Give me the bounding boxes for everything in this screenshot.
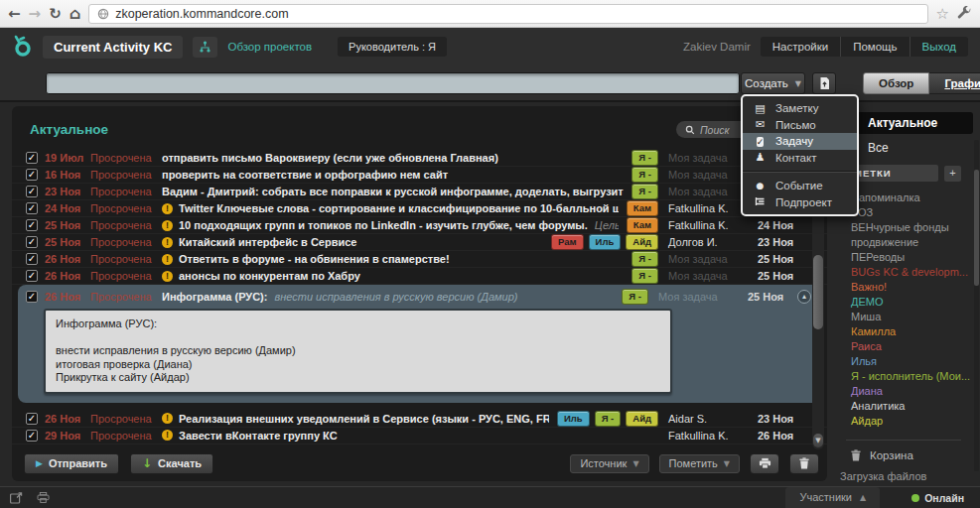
- task-checkbox[interactable]: ✓: [26, 202, 38, 214]
- projects-overview-link[interactable]: Обзор проектов: [227, 41, 312, 53]
- bookmark-star-icon[interactable]: ☆: [936, 5, 949, 23]
- sidebar-tag-item[interactable]: ВОЗ: [839, 205, 973, 220]
- menu-item-note[interactable]: ▤ Заметку: [743, 100, 857, 117]
- menu-item-mail[interactable]: ✉ Письмо: [743, 117, 857, 134]
- sidebar-scrollbar-thumb[interactable]: [974, 170, 979, 286]
- sidebar-tag-item[interactable]: Напоминалка: [839, 190, 973, 205]
- view-overview-button[interactable]: Обзор: [863, 72, 929, 94]
- task-panel: Актуальное Поиск ✓19 ИюлПросроченаотправ…: [12, 106, 827, 481]
- browser-back-icon[interactable]: ←: [8, 4, 21, 24]
- task-row[interactable]: ✓26 НояПросрочена!Реализация внешних уве…: [12, 411, 827, 428]
- upload-files-link[interactable]: Загрузка файлов: [839, 461, 973, 482]
- sidebar-tag-item[interactable]: Миша: [839, 310, 973, 324]
- task-row[interactable]: ✓26 НояПросроченаИнфограмма (РУС):внести…: [18, 285, 821, 305]
- create-button-label: Создать: [745, 77, 788, 89]
- sidebar-tag-item[interactable]: Камилла: [839, 324, 973, 339]
- sidebar-tag-item[interactable]: BUGs KC & developm...: [839, 265, 973, 280]
- send-button[interactable]: ▶ Отправить: [24, 453, 119, 474]
- task-checkbox[interactable]: ✓: [26, 186, 38, 197]
- task-row[interactable]: ✓25 НояПросрочена!10 подходящих групп и …: [12, 217, 827, 234]
- task-start-date: 25 Ноя: [45, 219, 90, 231]
- participants-toggle[interactable]: Участники ▲: [785, 487, 880, 508]
- task-checkbox[interactable]: ✓: [26, 219, 38, 231]
- task-note: Цель: опреде: [595, 219, 619, 231]
- sidebar-tag-item[interactable]: Важно!: [839, 280, 973, 295]
- task-row[interactable]: ✓23 НояПросроченаВадим - Дмитрий: собрат…: [12, 184, 827, 200]
- task-due-date: 25 Ноя: [748, 291, 793, 303]
- task-detail-panel[interactable]: Инфограмма (РУС): внести исправления в р…: [44, 309, 672, 394]
- menu-item-task[interactable]: ✓ Задачу: [743, 133, 857, 150]
- source-dropdown[interactable]: Источник ▼: [570, 454, 648, 473]
- sidebar-tag-item[interactable]: Аналитика: [839, 399, 973, 414]
- scroll-down-button[interactable]: ▼: [813, 434, 823, 447]
- sidebar-tag-item[interactable]: ДЕМО: [839, 295, 973, 310]
- task-row[interactable]: ✓24 НояПросрочена!Twitter Ключевые слова…: [12, 200, 827, 217]
- sidebar-tag-item[interactable]: Я - исполнитель (Мои...: [839, 369, 973, 384]
- sidebar-tag-item[interactable]: ПЕРеводы: [839, 250, 973, 265]
- task-row[interactable]: ✓29 НояПросрочена!Завести вКонтакте груп…: [12, 428, 827, 444]
- export-window-icon[interactable]: [10, 492, 23, 504]
- task-checkbox[interactable]: ✓: [26, 253, 38, 265]
- task-due-date: 23 Ноя: [758, 413, 803, 425]
- task-row[interactable]: ✓26 НояПросрочена!Ответить в форуме - на…: [12, 251, 827, 268]
- task-title-cell: !Реализация внешних уведомлений в Сервис…: [162, 413, 549, 425]
- sidebar-trash[interactable]: Корзина: [839, 449, 973, 461]
- project-tree-button[interactable]: [193, 37, 217, 58]
- send-button-label: Отправить: [49, 457, 107, 469]
- url-bar[interactable]: zkoperation.kommandcore.com: [88, 4, 927, 24]
- menu-item-subproject[interactable]: Подпроект: [743, 194, 857, 211]
- sidebar-tag-item[interactable]: Илья: [839, 354, 973, 369]
- sidebar-scrollbar[interactable]: [974, 140, 979, 471]
- add-tag-button[interactable]: +: [944, 166, 961, 182]
- menu-item-event[interactable]: ● Событие: [743, 178, 857, 194]
- sidebar-tag-item[interactable]: ВЕНчурные фонды: [839, 220, 973, 235]
- attach-file-button[interactable]: [812, 72, 836, 94]
- important-icon: !: [162, 237, 173, 248]
- browser-home-icon[interactable]: ⌂: [70, 4, 80, 24]
- trash-icon: [799, 457, 809, 469]
- browser-forward-icon[interactable]: →: [29, 4, 42, 24]
- task-row[interactable]: ✓25 НояПросрочена!Китайский интерфейс в …: [12, 234, 827, 251]
- printer-icon[interactable]: [37, 492, 50, 503]
- sidebar-tag-item[interactable]: Раиса: [839, 339, 973, 354]
- delete-button[interactable]: [789, 453, 819, 474]
- create-button[interactable]: Создать ▼: [741, 72, 805, 94]
- task-row[interactable]: ✓26 НояПросрочена!анонсы по конкурентам …: [12, 268, 827, 285]
- task-checkbox[interactable]: ✓: [26, 236, 38, 248]
- task-checkbox[interactable]: ✓: [26, 169, 38, 181]
- sidebar-filter-actual[interactable]: Актуальное: [839, 112, 973, 134]
- task-checkbox[interactable]: ✓: [26, 291, 38, 303]
- sidebar-tag-item[interactable]: продвижение: [839, 235, 973, 250]
- task-tags: Я -: [631, 268, 658, 284]
- send-icon: ▶: [36, 458, 43, 468]
- task-assignee: Aidar S.: [668, 413, 758, 425]
- mark-dropdown[interactable]: Пометить ▼: [659, 454, 740, 473]
- online-status: Онлайн: [911, 492, 964, 504]
- task-row[interactable]: ✓19 ИюлПросроченаотправить письмо Варокв…: [12, 150, 827, 167]
- task-title-cell: !Китайский интерфейс в Сервисе: [162, 236, 543, 248]
- task-row[interactable]: ✓16 НояПросроченапроверить на соответств…: [12, 167, 827, 184]
- contact-icon: ♟: [754, 151, 767, 164]
- sidebar-tag-item[interactable]: Диана: [839, 384, 973, 399]
- task-checkbox[interactable]: ✓: [26, 413, 38, 425]
- print-button[interactable]: [750, 453, 779, 474]
- sidebar: Актуальное Все МЕТКИ + НапоминалкаВОЗВЕН…: [839, 112, 973, 482]
- sidebar-tag-item[interactable]: Айдар: [839, 414, 973, 429]
- scrollbar-thumb[interactable]: [813, 255, 823, 329]
- task-checkbox[interactable]: ✓: [26, 270, 38, 282]
- view-chart-button[interactable]: График: [929, 72, 980, 94]
- help-link[interactable]: Помощь: [840, 37, 909, 57]
- quick-add-input[interactable]: [46, 72, 740, 94]
- sidebar-filter-all[interactable]: Все: [839, 137, 973, 159]
- browser-wrench-icon[interactable]: [957, 6, 972, 21]
- task-checkbox[interactable]: ✓: [26, 430, 38, 442]
- task-list: ✓19 ИюлПросроченаотправить письмо Варокв…: [12, 150, 827, 444]
- download-button[interactable]: ↓ Скачать: [130, 453, 213, 474]
- task-checkbox[interactable]: ✓: [26, 152, 38, 164]
- collapse-task-button[interactable]: ▴: [797, 290, 811, 304]
- tag-badge: Кам: [627, 217, 658, 233]
- browser-refresh-icon[interactable]: ↻: [49, 4, 62, 24]
- menu-item-contact[interactable]: ♟ Контакт: [743, 150, 857, 167]
- logout-link[interactable]: Выход: [910, 37, 968, 57]
- settings-link[interactable]: Настройки: [761, 37, 840, 57]
